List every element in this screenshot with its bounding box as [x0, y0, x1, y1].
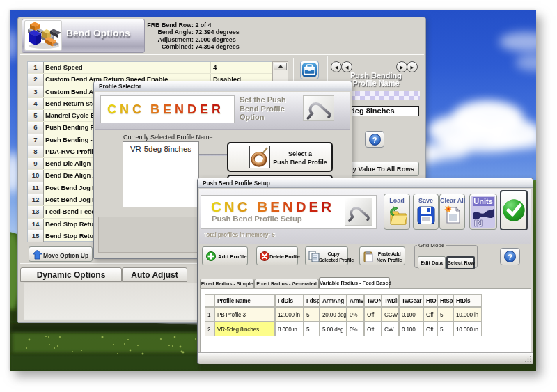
svg-text:IN: IN: [474, 219, 483, 228]
svg-text:Units: Units: [473, 197, 493, 205]
